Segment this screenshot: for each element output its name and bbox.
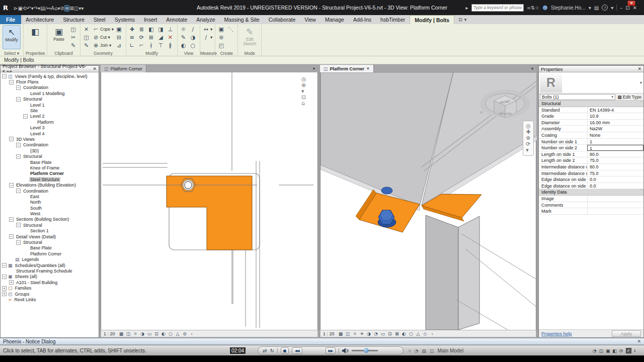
infocenter-arrow-icon[interactable]: ▸ bbox=[466, 5, 468, 11]
search-binoculars-icon[interactable]: ∞ bbox=[527, 5, 531, 11]
property-value[interactable]: 0.0 bbox=[587, 176, 643, 183]
user-menu-arrow[interactable]: ▾ bbox=[589, 5, 591, 11]
shadows-icon[interactable]: ◑ bbox=[140, 331, 145, 336]
tree-item[interactable]: {3D} bbox=[1, 148, 99, 153]
property-value[interactable]: Na2W bbox=[587, 126, 643, 132]
shuffle-button[interactable]: ⇄ bbox=[263, 347, 267, 354]
tree-expander-icon[interactable] bbox=[9, 137, 14, 141]
pin-icon[interactable]: ⊤ bbox=[157, 41, 165, 49]
tree-item[interactable]: Structural bbox=[1, 239, 99, 245]
edit-sketch-button[interactable]: ✎ Edit Sketch bbox=[240, 25, 259, 49]
unpin-icon[interactable]: ⊥ bbox=[167, 25, 175, 33]
rewind-button[interactable]: ◀◀ bbox=[292, 347, 302, 354]
tree-expander-icon[interactable] bbox=[9, 217, 14, 222]
tree-item[interactable]: North bbox=[1, 200, 99, 205]
property-value[interactable]: 0.0 bbox=[587, 183, 643, 189]
shadows-icon[interactable]: ◑ bbox=[366, 331, 372, 336]
Modify | Bolts[interactable]: Modify | Bolts bbox=[410, 15, 454, 24]
undo-icon[interactable]: ↶ bbox=[27, 6, 31, 11]
Annotate[interactable]: Annotate bbox=[162, 15, 192, 24]
tree-expander-icon[interactable] bbox=[2, 286, 7, 291]
worksharing-display-icon[interactable]: ◔ bbox=[415, 348, 419, 353]
tree-expander-icon[interactable] bbox=[16, 240, 21, 245]
viewport-b-tab[interactable]: ◫ Platform Corner ✕ bbox=[320, 65, 374, 72]
help-icon[interactable]: ? bbox=[602, 5, 608, 11]
status-menu-arrow[interactable]: ▿ bbox=[409, 348, 411, 353]
visual-style-icon[interactable]: ◫ bbox=[126, 331, 131, 336]
tree-item[interactable]: A101 - Steel Building bbox=[1, 280, 99, 285]
volume-slider-thumb[interactable] bbox=[364, 348, 369, 353]
property-value[interactable]: 75.0 bbox=[587, 170, 643, 176]
Massing & Site[interactable]: Massing & Site bbox=[220, 15, 264, 24]
close-icon[interactable]: ✕ bbox=[637, 66, 641, 71]
sync-with-central-icon[interactable]: ⟲ bbox=[23, 6, 27, 11]
property-value[interactable]: 80.0 bbox=[587, 164, 643, 170]
tree-item[interactable]: Section 1 bbox=[1, 228, 99, 234]
panel-display-arrow[interactable]: ▾ bbox=[464, 17, 467, 22]
search-input[interactable] bbox=[471, 4, 524, 12]
tree-expander-icon[interactable] bbox=[23, 114, 28, 119]
fast-forward-button[interactable]: ▶▶ bbox=[326, 347, 336, 354]
constraints-icon[interactable]: ⊘ bbox=[182, 331, 188, 336]
File[interactable]: File bbox=[0, 15, 21, 24]
trim-single-icon[interactable]: ⌐ bbox=[138, 41, 146, 49]
section-icon[interactable]: ⊘ bbox=[60, 6, 64, 11]
property-row[interactable]: Length on side 1 80.0 bbox=[539, 151, 643, 158]
beam-join-icon[interactable]: ▣ bbox=[116, 25, 123, 33]
exclude-options-icon[interactable]: ▣ bbox=[606, 348, 610, 353]
apply-button[interactable]: Apply bbox=[612, 330, 641, 337]
tab-list-arrow[interactable]: ▾ bbox=[531, 66, 533, 71]
nav-menu-arrow[interactable]: ▾ bbox=[526, 147, 531, 153]
tree-item[interactable]: Site bbox=[1, 108, 99, 113]
create-assembly-icon[interactable]: ⊚ bbox=[218, 33, 225, 41]
project-browser-header[interactable]: Project Browser - Structural Project-V6-… bbox=[1, 66, 99, 72]
split-gap-icon[interactable]: ∦ bbox=[167, 41, 175, 49]
phoenix-close-icon[interactable]: ✕ bbox=[637, 339, 641, 344]
cope-button[interactable]: ⌐ Cope ▾ bbox=[93, 25, 114, 33]
scale-button[interactable]: 1 : 20 bbox=[104, 331, 115, 336]
property-value[interactable]: 16.00 mm bbox=[587, 120, 643, 126]
move-icon[interactable]: ✚ bbox=[129, 25, 136, 33]
favorites-icon[interactable]: ☆ bbox=[535, 5, 539, 11]
paste-button[interactable]: ▣ Paste bbox=[50, 25, 68, 49]
Steel[interactable]: Steel bbox=[89, 15, 110, 24]
wall-join-icon[interactable]: ⊟ bbox=[116, 33, 123, 41]
tree-expander-icon[interactable] bbox=[9, 183, 14, 188]
properties-help-link[interactable]: Properties help bbox=[541, 331, 572, 336]
Architecture[interactable]: Architecture bbox=[21, 15, 58, 24]
cut-button[interactable]: ⊘ Cut ▾ bbox=[93, 33, 114, 41]
tree-item[interactable]: Families bbox=[1, 285, 99, 291]
contextual-tab-icon[interactable]: ⊡ bbox=[458, 17, 462, 22]
property-row[interactable]: Number on side 2 1 bbox=[539, 145, 643, 151]
tree-item[interactable]: Coordination bbox=[1, 142, 99, 148]
property-row[interactable]: Coating None bbox=[539, 132, 643, 139]
tree-item[interactable]: Structural bbox=[1, 153, 99, 159]
close-view-icon[interactable]: ✕ bbox=[366, 66, 370, 71]
property-value[interactable] bbox=[587, 196, 643, 202]
tree-item[interactable]: Level 3 bbox=[1, 125, 99, 131]
tree-item[interactable]: Elevations (Building Elevation) bbox=[1, 182, 99, 188]
property-row[interactable]: Edge distance on side 2 0.0 bbox=[539, 183, 643, 190]
save-icon[interactable]: ▣ bbox=[18, 6, 22, 11]
viewport-a-canvas[interactable]: ◎⊕▾⊡⌂ bbox=[101, 72, 318, 330]
property-row[interactable]: Identity Data bbox=[539, 189, 643, 196]
edit-type-button[interactable]: ▦ Edit Type bbox=[615, 95, 643, 100]
stop-button[interactable]: ■ bbox=[281, 347, 289, 354]
analytical-model-icon[interactable]: △ bbox=[416, 331, 421, 336]
tree-item[interactable]: Steel Structure bbox=[1, 176, 99, 182]
user-name[interactable]: Stephanie.Ho... bbox=[551, 5, 586, 11]
reveal-hidden-icon[interactable]: ○ bbox=[168, 331, 174, 336]
tree-item[interactable]: Revit Links bbox=[1, 297, 99, 302]
print-icon[interactable]: ▤ bbox=[40, 6, 45, 11]
Structure[interactable]: Structure bbox=[58, 15, 89, 24]
type-selector[interactable]: R ▾ bbox=[539, 72, 643, 94]
viewport-b-canvas[interactable]: FRONT BOTTOM W ◎✚⊕⟳▾ bbox=[320, 72, 536, 330]
volume-slider[interactable] bbox=[352, 350, 378, 351]
View[interactable]: View bbox=[300, 15, 320, 24]
reveal-hidden-icon[interactable]: ○ bbox=[409, 331, 414, 336]
tree-item[interactable]: Platform Corner bbox=[1, 251, 99, 256]
cut-to-clipboard-icon[interactable]: ✂ bbox=[70, 33, 77, 41]
property-row[interactable]: Standard EN 14399-4 bbox=[539, 107, 643, 114]
mirror-axis-icon[interactable]: ◧ bbox=[148, 25, 155, 33]
sun-path-icon[interactable]: ☼ bbox=[352, 331, 358, 336]
